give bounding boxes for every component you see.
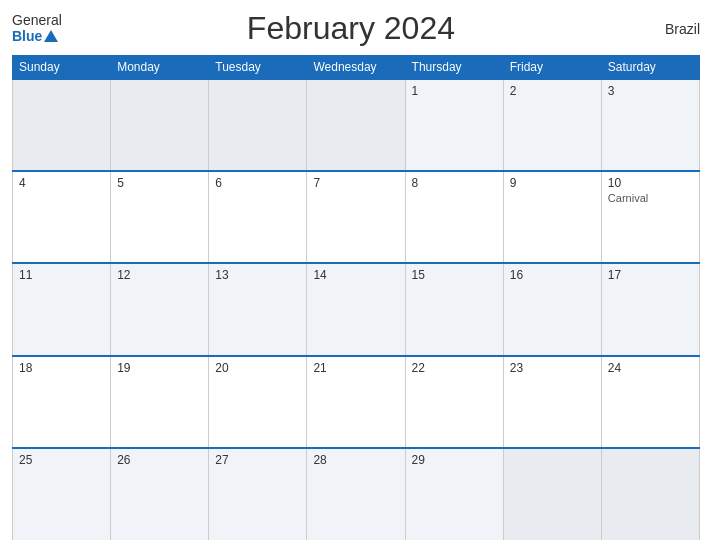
calendar-cell: 13 xyxy=(209,263,307,355)
calendar-cell xyxy=(209,79,307,171)
day-number: 16 xyxy=(510,268,595,282)
calendar-cell: 16 xyxy=(503,263,601,355)
day-number: 15 xyxy=(412,268,497,282)
weekday-header-tuesday: Tuesday xyxy=(209,56,307,80)
event-label: Carnival xyxy=(608,192,693,204)
calendar-cell: 18 xyxy=(13,356,111,448)
day-number: 17 xyxy=(608,268,693,282)
calendar-cell: 20 xyxy=(209,356,307,448)
calendar-cell: 10Carnival xyxy=(601,171,699,263)
calendar-cell: 23 xyxy=(503,356,601,448)
calendar-header: General Blue February 2024 Brazil xyxy=(12,10,700,47)
calendar-body: 12345678910Carnival111213141516171819202… xyxy=(13,79,700,540)
day-number: 2 xyxy=(510,84,595,98)
calendar-cell: 27 xyxy=(209,448,307,540)
day-number: 9 xyxy=(510,176,595,190)
calendar-cell xyxy=(13,79,111,171)
day-number: 3 xyxy=(608,84,693,98)
day-number: 22 xyxy=(412,361,497,375)
weekday-header-monday: Monday xyxy=(111,56,209,80)
calendar-cell: 5 xyxy=(111,171,209,263)
weekday-header-wednesday: Wednesday xyxy=(307,56,405,80)
logo-blue-text: Blue xyxy=(12,29,42,44)
calendar-week-row: 45678910Carnival xyxy=(13,171,700,263)
day-number: 20 xyxy=(215,361,300,375)
day-number: 18 xyxy=(19,361,104,375)
weekday-header-friday: Friday xyxy=(503,56,601,80)
day-number: 13 xyxy=(215,268,300,282)
calendar-cell: 6 xyxy=(209,171,307,263)
country-label: Brazil xyxy=(640,21,700,37)
calendar-cell: 17 xyxy=(601,263,699,355)
calendar-week-row: 123 xyxy=(13,79,700,171)
calendar-cell: 14 xyxy=(307,263,405,355)
calendar-cell: 11 xyxy=(13,263,111,355)
day-number: 25 xyxy=(19,453,104,467)
calendar-cell: 28 xyxy=(307,448,405,540)
day-number: 28 xyxy=(313,453,398,467)
calendar-cell xyxy=(307,79,405,171)
calendar-container: General Blue February 2024 Brazil Sunday… xyxy=(0,0,712,550)
calendar-cell: 24 xyxy=(601,356,699,448)
logo-general-text: General xyxy=(12,13,62,28)
calendar-week-row: 18192021222324 xyxy=(13,356,700,448)
calendar-cell: 21 xyxy=(307,356,405,448)
calendar-cell: 12 xyxy=(111,263,209,355)
calendar-cell: 3 xyxy=(601,79,699,171)
calendar-cell: 9 xyxy=(503,171,601,263)
day-number: 4 xyxy=(19,176,104,190)
calendar-header-row: SundayMondayTuesdayWednesdayThursdayFrid… xyxy=(13,56,700,80)
calendar-cell: 29 xyxy=(405,448,503,540)
day-number: 23 xyxy=(510,361,595,375)
calendar-cell: 4 xyxy=(13,171,111,263)
calendar-cell: 22 xyxy=(405,356,503,448)
day-number: 11 xyxy=(19,268,104,282)
calendar-cell: 26 xyxy=(111,448,209,540)
calendar-table: SundayMondayTuesdayWednesdayThursdayFrid… xyxy=(12,55,700,540)
calendar-cell xyxy=(503,448,601,540)
day-number: 12 xyxy=(117,268,202,282)
day-number: 10 xyxy=(608,176,693,190)
day-number: 14 xyxy=(313,268,398,282)
calendar-cell: 7 xyxy=(307,171,405,263)
calendar-cell: 25 xyxy=(13,448,111,540)
day-number: 24 xyxy=(608,361,693,375)
day-number: 21 xyxy=(313,361,398,375)
calendar-cell: 15 xyxy=(405,263,503,355)
weekday-header-sunday: Sunday xyxy=(13,56,111,80)
logo: General Blue xyxy=(12,13,62,44)
calendar-cell xyxy=(601,448,699,540)
day-number: 26 xyxy=(117,453,202,467)
day-number: 29 xyxy=(412,453,497,467)
day-number: 19 xyxy=(117,361,202,375)
day-number: 8 xyxy=(412,176,497,190)
day-number: 7 xyxy=(313,176,398,190)
month-title: February 2024 xyxy=(62,10,640,47)
calendar-cell: 1 xyxy=(405,79,503,171)
day-number: 5 xyxy=(117,176,202,190)
weekday-header-saturday: Saturday xyxy=(601,56,699,80)
day-number: 6 xyxy=(215,176,300,190)
calendar-cell xyxy=(111,79,209,171)
calendar-week-row: 2526272829 xyxy=(13,448,700,540)
day-number: 27 xyxy=(215,453,300,467)
calendar-cell: 8 xyxy=(405,171,503,263)
day-number: 1 xyxy=(412,84,497,98)
calendar-week-row: 11121314151617 xyxy=(13,263,700,355)
weekday-header-thursday: Thursday xyxy=(405,56,503,80)
calendar-cell: 19 xyxy=(111,356,209,448)
logo-triangle-icon xyxy=(44,30,58,42)
calendar-cell: 2 xyxy=(503,79,601,171)
